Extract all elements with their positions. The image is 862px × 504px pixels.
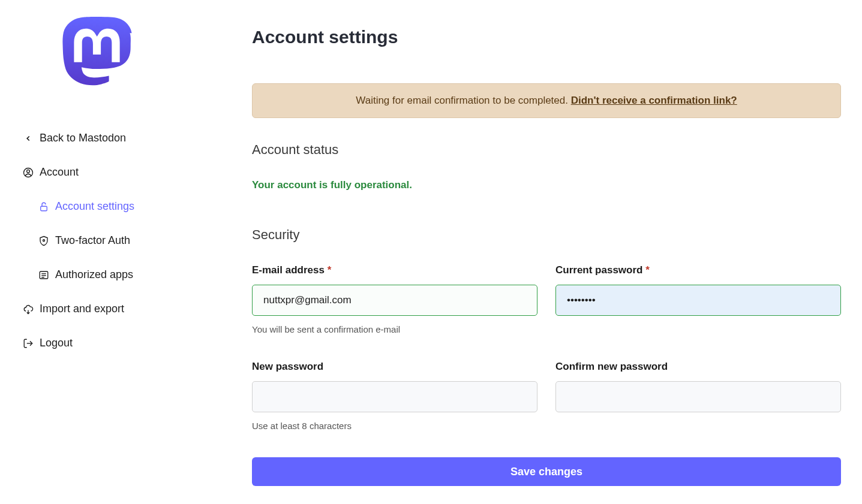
new-password-hint: Use at least 8 characters <box>252 421 537 431</box>
sidebar-item-label: Import and export <box>40 303 124 315</box>
sidebar-item-import-export[interactable]: Import and export <box>23 292 228 326</box>
form-row-new-password: New password Use at least 8 characters C… <box>252 361 841 431</box>
sidebar: Back to Mastodon Account Account setting… <box>0 0 228 486</box>
chevron-left-icon <box>23 133 34 144</box>
flash-message: Waiting for email confirmation to be com… <box>356 95 570 106</box>
current-password-label: Current password * <box>555 264 841 276</box>
form-row-email-password: E-mail address * You will be sent a conf… <box>252 264 841 334</box>
sidebar-item-logout[interactable]: Logout <box>23 326 228 360</box>
sidebar-item-authorized-apps[interactable]: Authorized apps <box>23 258 228 292</box>
email-hint: You will be sent a confirmation e-mail <box>252 324 537 334</box>
sidebar-item-label: Account <box>40 166 79 179</box>
sidebar-item-label: Authorized apps <box>55 268 133 281</box>
logo-wrap <box>23 17 172 91</box>
security-heading: Security <box>252 227 841 243</box>
nav-list: Back to Mastodon Account Account setting… <box>23 121 228 360</box>
required-star: * <box>645 264 650 276</box>
account-status-text: Your account is fully operational. <box>252 179 841 191</box>
logout-icon <box>23 338 34 349</box>
email-label-text: E-mail address <box>252 264 325 276</box>
required-star: * <box>328 264 332 276</box>
sidebar-item-label: Two-factor Auth <box>55 234 130 247</box>
sidebar-item-two-factor[interactable]: Two-factor Auth <box>23 224 228 258</box>
page-title: Account settings <box>252 27 841 47</box>
sidebar-item-account-settings[interactable]: Account settings <box>23 189 228 224</box>
flash-link[interactable]: Didn't receive a confirmation link? <box>571 95 737 106</box>
new-password-label: New password <box>252 361 537 373</box>
mastodon-logo-icon <box>62 17 133 91</box>
form-group-confirm-password: Confirm new password <box>555 361 841 431</box>
svg-point-3 <box>43 239 45 241</box>
lock-open-icon <box>38 201 49 212</box>
shield-icon <box>38 236 49 246</box>
sidebar-item-account[interactable]: Account <box>23 155 228 189</box>
new-password-field[interactable] <box>252 381 537 412</box>
sidebar-item-back[interactable]: Back to Mastodon <box>23 121 228 155</box>
flash-banner: Waiting for email confirmation to be com… <box>252 83 841 118</box>
save-button[interactable]: Save changes <box>252 457 841 486</box>
svg-rect-2 <box>41 206 47 211</box>
form-group-email: E-mail address * You will be sent a conf… <box>252 264 537 334</box>
current-password-label-text: Current password <box>555 264 642 276</box>
main-content: Account settings Waiting for email confi… <box>228 0 852 486</box>
account-status-heading: Account status <box>252 142 841 158</box>
email-label: E-mail address * <box>252 264 537 276</box>
cloud-sync-icon <box>23 304 34 315</box>
form-group-current-password: Current password * <box>555 264 841 334</box>
confirm-password-field[interactable] <box>555 381 841 412</box>
sidebar-item-label: Account settings <box>55 200 134 213</box>
sidebar-item-label: Back to Mastodon <box>40 132 126 144</box>
current-password-field[interactable] <box>555 285 841 316</box>
confirm-password-label: Confirm new password <box>555 361 841 373</box>
list-icon <box>38 270 49 280</box>
svg-point-1 <box>27 170 30 173</box>
user-circle-icon <box>23 167 34 178</box>
sidebar-item-label: Logout <box>40 337 73 349</box>
form-group-new-password: New password Use at least 8 characters <box>252 361 537 431</box>
email-field[interactable] <box>252 285 537 316</box>
